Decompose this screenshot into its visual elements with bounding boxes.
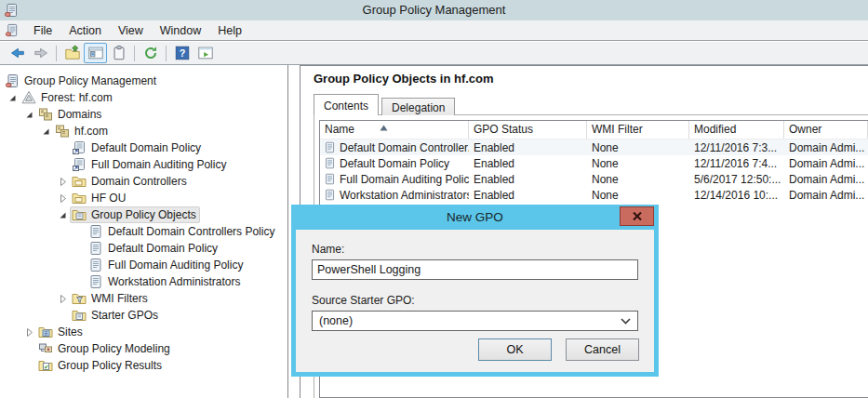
cancel-button[interactable]: Cancel xyxy=(566,338,639,361)
help-icon[interactable]: ? xyxy=(170,43,194,63)
new-gpo-dialog: New GPO Name: Source Starter GPO: (none)… xyxy=(291,205,659,377)
gpo-row[interactable]: Workstation AdministratorsEnabledNone12/… xyxy=(320,187,868,203)
tree-item-label: hf.com xyxy=(74,125,108,138)
expander-open-icon[interactable] xyxy=(56,209,70,220)
column-header-name[interactable]: Name xyxy=(320,121,469,139)
toolbar: ? xyxy=(0,42,868,65)
gpo-cell: Enabled xyxy=(469,157,587,170)
new-window-icon[interactable] xyxy=(194,43,217,63)
cell-text: 12/11/2016 7:4... xyxy=(694,157,777,170)
ok-button[interactable]: OK xyxy=(478,338,552,361)
gpo-link-icon xyxy=(72,157,87,172)
close-icon[interactable] xyxy=(620,206,654,226)
menu-view[interactable]: View xyxy=(110,22,152,39)
gpo-row[interactable]: Default Domain PolicyEnabledNone12/11/20… xyxy=(320,155,868,171)
starter-icon xyxy=(72,308,87,323)
cell-text: Enabled xyxy=(474,157,514,170)
gpo-cell: 12/11/2016 7:4... xyxy=(689,157,784,170)
tree-item[interactable]: Workstation Administrators xyxy=(0,273,287,290)
name-label: Name: xyxy=(312,243,638,256)
tree-item[interactable]: hf.com xyxy=(0,123,287,139)
cell-text: None xyxy=(592,141,619,154)
tree-item[interactable]: Default Domain Policy xyxy=(0,139,287,156)
tree-item[interactable]: Default Domain Policy xyxy=(0,240,287,257)
gpo-name-input[interactable] xyxy=(312,259,638,280)
chevron-down-icon xyxy=(621,318,631,325)
source-starter-gpo-select[interactable]: (none) xyxy=(312,311,638,331)
cell-text: Enabled xyxy=(474,173,514,186)
gpo-row[interactable]: Default Domain Controller...EnabledNone1… xyxy=(320,139,868,155)
dialog-body: Name: Source Starter GPO: (none) OK Canc… xyxy=(296,230,654,372)
menu-file[interactable]: File xyxy=(25,22,60,39)
cell-text: None xyxy=(592,157,619,170)
gpo-cell: 12/14/2016 10:... xyxy=(689,189,784,202)
expander-placeholder xyxy=(73,259,87,271)
tree-item[interactable]: Domain Controllers xyxy=(0,173,287,190)
tree-item-label: HF OU xyxy=(91,192,126,205)
column-header-gpo-status[interactable]: GPO Status xyxy=(469,121,587,139)
gpo-link-icon xyxy=(72,140,87,155)
tree-item[interactable]: Group Policy Results xyxy=(0,357,287,374)
tree-item-label: Default Domain Policy xyxy=(108,242,218,255)
expander-placeholder xyxy=(73,226,87,237)
refresh-icon[interactable] xyxy=(139,43,162,63)
source-starter-gpo-label: Source Starter GPO: xyxy=(312,294,638,307)
expander-closed-icon[interactable] xyxy=(22,326,36,338)
gpo-name-cell: Default Domain Policy xyxy=(320,157,469,170)
tree-item[interactable]: Full Domain Auditing Policy xyxy=(0,257,287,273)
forward-icon[interactable] xyxy=(29,43,52,63)
cell-text: 12/14/2016 10:... xyxy=(694,189,778,202)
tree-item[interactable]: Sites xyxy=(0,324,287,340)
tab-contents[interactable]: Contents xyxy=(314,94,379,115)
menu-action[interactable]: Action xyxy=(60,22,110,39)
gpo-cell: Enabled xyxy=(469,189,587,202)
cell-text: Full Domain Auditing Policy xyxy=(340,173,469,186)
tree-item[interactable]: Default Domain Controllers Policy xyxy=(0,223,287,240)
gpo-cell: None xyxy=(587,141,689,154)
gpo-folder-icon xyxy=(72,207,87,222)
column-header-owner[interactable]: Owner xyxy=(784,121,868,139)
gpo-name-cell: Workstation Administrators xyxy=(320,189,469,202)
expander-placeholder xyxy=(73,276,87,287)
column-header-label: Owner xyxy=(789,123,821,136)
expander-closed-icon[interactable] xyxy=(56,176,70,187)
tree-item[interactable]: Starter GPOs xyxy=(0,307,287,324)
tree-item[interactable]: Group Policy Objects xyxy=(0,206,287,223)
cell-text: Domain Admi... xyxy=(789,157,864,170)
column-header-label: GPO Status xyxy=(474,123,533,136)
tree-item[interactable]: Forest: hf.com xyxy=(0,89,287,106)
tree-item[interactable]: Domains xyxy=(0,106,287,123)
tree-item[interactable]: Group Policy Modeling xyxy=(0,340,287,357)
tree-item-label: Default Domain Policy xyxy=(91,141,201,154)
column-header-wmi-filter[interactable]: WMI Filter xyxy=(587,121,689,139)
tree-item-label: Group Policy Objects xyxy=(91,208,196,221)
ou-icon xyxy=(72,174,87,189)
expander-open-icon[interactable] xyxy=(39,126,53,137)
tree-item[interactable]: WMI Filters xyxy=(0,290,287,307)
clipboard-icon[interactable] xyxy=(107,43,130,63)
gpo-cell: None xyxy=(587,157,689,170)
tree-item[interactable]: Full Domain Auditing Policy xyxy=(0,156,287,173)
expander-closed-icon[interactable] xyxy=(56,293,70,304)
gpmc-console-icon xyxy=(5,23,19,37)
expander-closed-icon[interactable] xyxy=(56,192,70,204)
export-folder-icon[interactable] xyxy=(60,43,84,63)
cell-text: Workstation Administrators xyxy=(340,189,469,202)
expander-open-icon[interactable] xyxy=(6,92,20,103)
tab-delegation[interactable]: Delegation xyxy=(381,98,455,115)
cell-text: Enabled xyxy=(474,189,514,202)
menu-help[interactable]: Help xyxy=(209,22,250,39)
back-icon[interactable] xyxy=(6,43,29,63)
tree-item[interactable]: Group Policy Management xyxy=(0,73,287,89)
domains-icon xyxy=(38,107,53,122)
tree-item-label: Sites xyxy=(58,325,83,338)
gpo-row[interactable]: Full Domain Auditing PolicyEnabledNone5/… xyxy=(320,171,868,187)
tree-item[interactable]: HF OU xyxy=(0,190,287,206)
menu-window[interactable]: Window xyxy=(152,22,209,39)
list-header: NameGPO StatusWMI FilterModifiedOwner xyxy=(320,121,868,139)
expander-open-icon[interactable] xyxy=(22,109,36,120)
dialog-titlebar[interactable]: New GPO xyxy=(291,205,659,230)
expander-placeholder xyxy=(56,142,70,153)
column-header-modified[interactable]: Modified xyxy=(689,121,784,139)
console-tree-icon[interactable] xyxy=(84,43,107,63)
